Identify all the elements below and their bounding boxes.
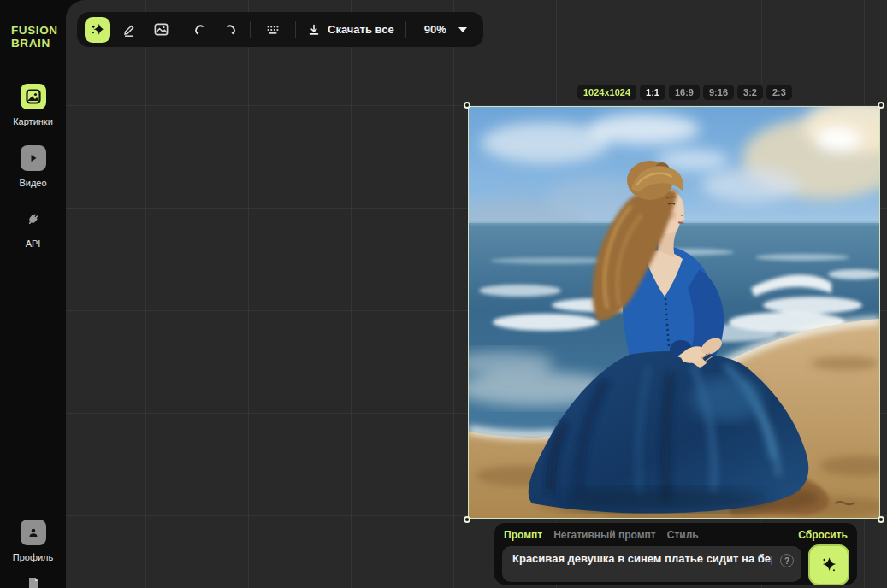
image-tool-button[interactable] xyxy=(148,17,174,43)
sidebar-item-images[interactable]: Картинки xyxy=(0,84,66,126)
toolbar-divider xyxy=(250,21,251,38)
logo-line-1: FUSION xyxy=(11,24,58,37)
image-icon xyxy=(153,21,169,38)
help-icon[interactable]: ? xyxy=(780,554,794,567)
pencil-icon xyxy=(121,22,137,38)
ratio-chip-1-1[interactable]: 1:1 xyxy=(640,85,665,100)
undo-button[interactable] xyxy=(186,17,212,43)
painting-girl-blue-dress xyxy=(469,107,879,518)
reset-button[interactable]: Сбросить xyxy=(798,529,848,541)
selection-handle-bottom-right[interactable] xyxy=(878,516,884,523)
redo-icon xyxy=(223,22,239,38)
ratio-chip-3-2[interactable]: 3:2 xyxy=(737,85,763,100)
zoom-value: 90% xyxy=(424,23,446,36)
undo-icon xyxy=(192,22,207,38)
document-icon xyxy=(24,576,43,588)
app-logo[interactable]: FUSION BRAIN xyxy=(11,24,58,50)
images-icon xyxy=(21,84,46,109)
sidebar-item-api[interactable]: API xyxy=(0,206,66,249)
draw-tool-button[interactable] xyxy=(116,17,142,43)
tab-style[interactable]: Стиль xyxy=(667,529,699,541)
sidebar-item-profile[interactable]: Профиль xyxy=(0,520,66,562)
sidebar-item-label: Картинки xyxy=(13,116,53,126)
sidebar-item-docs[interactable] xyxy=(0,576,66,588)
download-all-button[interactable]: Скачать все xyxy=(302,23,399,37)
aspect-ratio-bar: 1024x1024 1:1 16:9 9:16 3:2 2:3 xyxy=(577,85,792,100)
sidebar-item-label: API xyxy=(26,238,41,249)
generated-image[interactable] xyxy=(469,107,879,518)
sidebar-item-label: Профиль xyxy=(13,552,54,562)
chevron-down-icon xyxy=(458,27,467,32)
tab-prompt[interactable]: Промпт xyxy=(504,529,542,541)
sparkles-icon xyxy=(90,22,105,38)
generate-button[interactable] xyxy=(808,544,849,585)
sidebar-item-video[interactable]: Видео xyxy=(0,145,66,188)
tab-negative-prompt[interactable]: Негативный промпт xyxy=(553,529,656,541)
board-button[interactable] xyxy=(257,17,289,43)
profile-icon xyxy=(21,520,46,545)
sidebar-item-label: Видео xyxy=(19,178,46,188)
grid-icon xyxy=(263,22,282,38)
download-all-label: Скачать все xyxy=(328,23,394,36)
video-icon xyxy=(21,145,46,171)
selection-handle-top-left[interactable] xyxy=(464,102,470,109)
redo-button[interactable] xyxy=(218,17,244,43)
selection-handle-top-right[interactable] xyxy=(878,102,884,109)
toolbar-divider xyxy=(180,21,180,38)
generate-tool-button[interactable] xyxy=(85,17,110,43)
ratio-chip-9-16[interactable]: 9:16 xyxy=(703,85,734,100)
top-toolbar: Скачать все 90% xyxy=(77,12,483,47)
zoom-control[interactable]: 90% xyxy=(412,23,476,36)
sidebar: FUSION BRAIN Картинки Видео API Профи xyxy=(0,0,66,588)
toolbar-divider xyxy=(295,21,296,38)
plug-icon xyxy=(21,206,46,232)
prompt-tabs: Промпт Негативный промпт Стиль Сбросить xyxy=(502,529,849,541)
logo-line-2: BRAIN xyxy=(11,37,58,50)
ratio-chip-2-3[interactable]: 2:3 xyxy=(766,85,792,100)
prompt-input[interactable] xyxy=(502,546,801,582)
sparkles-icon xyxy=(819,556,838,574)
prompt-panel: Промпт Негативный промпт Стиль Сбросить … xyxy=(494,523,857,585)
ratio-chip-16-9[interactable]: 16:9 xyxy=(669,85,700,100)
toolbar-divider xyxy=(405,21,406,38)
selection-handle-bottom-left[interactable] xyxy=(464,516,470,523)
ratio-chip-size[interactable]: 1024x1024 xyxy=(577,85,636,100)
download-icon xyxy=(307,23,321,37)
